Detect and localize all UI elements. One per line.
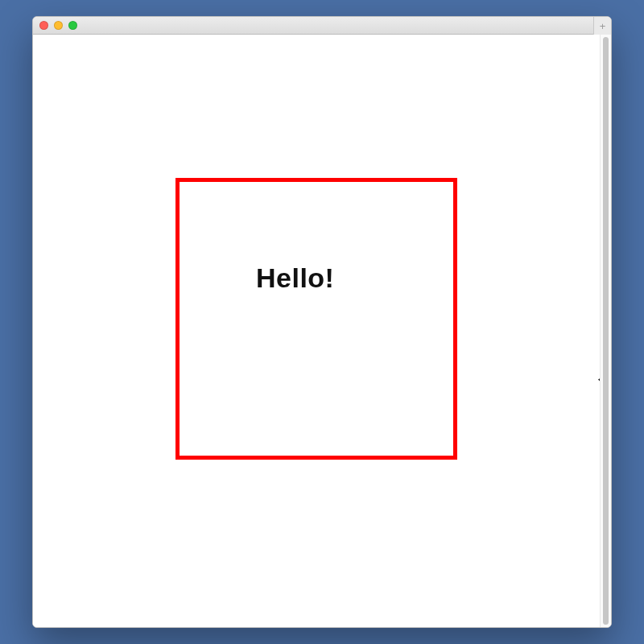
new-tab-button[interactable]: + bbox=[593, 17, 611, 35]
application-window: + Hello! ↔ bbox=[32, 16, 612, 628]
titlebar[interactable]: + bbox=[33, 17, 611, 35]
maximize-button[interactable] bbox=[68, 21, 77, 30]
scrollbar-thumb[interactable] bbox=[603, 37, 609, 625]
content-outer: Hello! ↔ bbox=[33, 35, 611, 627]
content-area: Hello! ↔ bbox=[33, 35, 600, 627]
red-box: Hello! bbox=[175, 178, 457, 460]
hello-label: Hello! bbox=[256, 262, 334, 294]
plus-icon: + bbox=[600, 20, 606, 32]
minimize-button[interactable] bbox=[54, 21, 63, 30]
close-button[interactable] bbox=[39, 21, 48, 30]
vertical-scrollbar[interactable] bbox=[600, 35, 611, 627]
traffic-lights bbox=[39, 21, 77, 30]
